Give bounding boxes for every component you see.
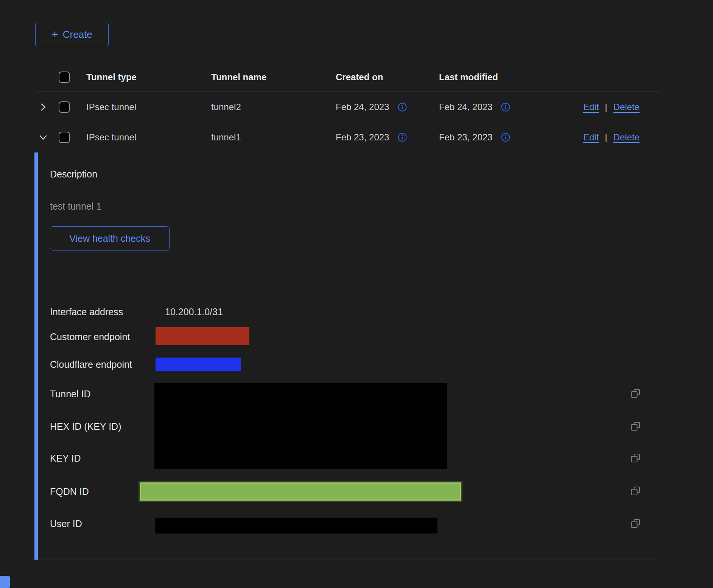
panel-divider xyxy=(50,274,646,274)
copy-icon[interactable] xyxy=(630,518,641,530)
hex-id-label: HEX ID (KEY ID) xyxy=(50,421,121,432)
info-icon[interactable] xyxy=(397,102,407,112)
cloudflare-endpoint-redacted-value xyxy=(156,358,241,371)
interface-address-value: 10.200.1.0/31 xyxy=(165,306,223,317)
column-header-last-modified: Last modified xyxy=(439,72,498,82)
edit-link[interactable]: Edit xyxy=(583,102,599,112)
customer-endpoint-redacted-value xyxy=(156,327,249,345)
tunnel-name-cell: tunnel1 xyxy=(211,132,241,143)
create-button-label: Create xyxy=(63,29,92,40)
info-icon[interactable] xyxy=(501,102,511,112)
description-label: Description xyxy=(50,169,97,180)
column-header-tunnel-type: Tunnel type xyxy=(86,72,137,82)
last-modified-cell: Feb 23, 2023 xyxy=(439,132,492,143)
user-id-label: User ID xyxy=(50,518,82,529)
created-on-cell: Feb 24, 2023 xyxy=(336,102,389,112)
view-health-checks-button[interactable]: View health checks xyxy=(50,226,170,250)
copy-icon[interactable] xyxy=(630,421,641,433)
table-row: IPsec tunnel tunnel1 Feb 23, 2023 Feb 23… xyxy=(35,122,660,152)
expanded-row-accent-bar xyxy=(34,152,38,560)
key-id-label: KEY ID xyxy=(50,453,81,464)
user-id-redacted-value xyxy=(155,518,437,534)
customer-endpoint-label: Customer endpoint xyxy=(50,331,130,342)
tunnel-name-cell: tunnel2 xyxy=(211,102,241,112)
ids-redacted-value xyxy=(154,383,447,469)
plus-icon: + xyxy=(51,29,58,40)
expand-chevron-right-icon[interactable] xyxy=(38,102,48,112)
fqdn-id-redacted-value xyxy=(139,481,462,502)
column-header-tunnel-name: Tunnel name xyxy=(211,72,266,82)
delete-link[interactable]: Delete xyxy=(613,102,640,112)
column-header-created-on: Created on xyxy=(336,72,383,82)
copy-icon[interactable] xyxy=(630,453,641,465)
created-on-cell: Feb 23, 2023 xyxy=(336,132,389,143)
info-icon[interactable] xyxy=(397,132,407,142)
copy-icon[interactable] xyxy=(630,486,641,498)
fqdn-id-label: FQDN ID xyxy=(50,486,89,497)
last-modified-cell: Feb 24, 2023 xyxy=(439,102,492,112)
action-separator: | xyxy=(605,132,607,143)
interface-address-label: Interface address xyxy=(50,306,123,317)
edit-link[interactable]: Edit xyxy=(583,132,599,143)
collapse-chevron-down-icon[interactable] xyxy=(38,132,48,143)
row-checkbox[interactable] xyxy=(59,132,70,143)
table-row: IPsec tunnel tunnel2 Feb 24, 2023 Feb 24… xyxy=(35,92,660,122)
info-icon[interactable] xyxy=(501,132,511,142)
table-bottom-divider xyxy=(35,560,660,560)
tunnel-id-label: Tunnel ID xyxy=(50,389,90,400)
select-all-checkbox[interactable] xyxy=(59,72,70,83)
description-value: test tunnel 1 xyxy=(50,201,101,212)
row-checkbox[interactable] xyxy=(59,101,70,113)
delete-link[interactable]: Delete xyxy=(613,132,640,143)
next-row-accent-bar-partial xyxy=(0,576,10,588)
create-button[interactable]: + Create xyxy=(35,22,109,47)
cloudflare-endpoint-label: Cloudflare endpoint xyxy=(50,359,132,370)
table-header-row: Tunnel type Tunnel name Created on Last … xyxy=(35,62,660,92)
action-separator: | xyxy=(605,102,607,112)
copy-icon[interactable] xyxy=(630,388,641,400)
tunnel-type-cell: IPsec tunnel xyxy=(86,102,136,112)
tunnel-type-cell: IPsec tunnel xyxy=(86,132,136,143)
